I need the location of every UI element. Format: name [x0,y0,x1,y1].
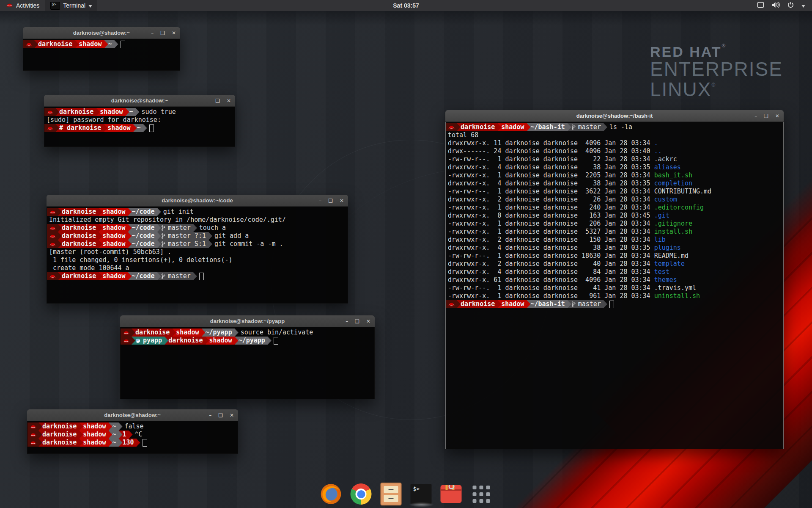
ls-row-filename: .gitignore [654,220,692,227]
terminal-cursor [199,273,204,280]
clock[interactable]: Sat 03:57 [393,2,419,9]
ls-row-filename: install.sh [654,228,692,235]
app-menu-terminal[interactable]: $> Terminal [45,0,97,11]
ls-row-meta: drwx------. 24 darknoise darknoise 4096 … [448,147,654,155]
terminal-window-term-pyapp[interactable]: darknoise@shadow:~/pyapp–❑✕darknoiseshad… [120,315,375,399]
terminal-screen[interactable]: darknoiseshadow~sudo true[sudo] password… [44,107,235,147]
terminal-line: -rw-rw-r--. 1 darknoise darknoise 22 Jan… [446,155,783,163]
minimize-button[interactable]: – [206,98,208,103]
terminal-line: drwxrwxr-x. 61 darknoise darknoise 4096 … [446,276,783,284]
output-text: [master (root-commit) 50bcb63] . [49,248,171,256]
window-title: darknoise@shadow:~/bash-it [576,113,653,119]
minimize-button[interactable]: – [209,413,211,418]
close-button[interactable]: ✕ [775,113,779,119]
ls-row-filename: themes [654,276,677,284]
ls-row-filename: . [654,139,658,147]
prompt-segment-user: darknoise [457,300,501,308]
close-button[interactable]: ✕ [366,319,370,324]
ls-row-meta: drwxrwxr-x. 11 darknoise darknoise 4096 … [448,139,654,147]
prompt-segment-user: darknoise [58,240,102,248]
terminal-line: -rwxrwxr-x. 1 darknoise darknoise 2205 J… [446,171,783,179]
terminal-line: create mode 100644 a [47,264,348,272]
terminal-line: -rw-rw-r--. 1 darknoise darknoise 3622 J… [446,188,783,196]
ls-row-filename: uninstall.sh [654,292,700,300]
system-status-area[interactable] [757,0,812,11]
window-titlebar[interactable]: darknoise@shadow:~–❑✕ [23,27,180,39]
terminal-line: # darknoiseshadow~ [44,124,235,132]
dock-item-files[interactable] [380,483,403,505]
maximize-button[interactable]: ❑ [218,413,223,418]
prompt-segment-host: shadow [99,224,132,232]
terminal-screen[interactable]: darknoiseshadow~ [23,39,180,71]
display-icon [757,2,764,9]
terminal-screen[interactable]: darknoiseshadow~/bash-itmasterls -latota… [445,122,784,449]
window-title: darknoise@shadow:~/code [162,197,233,204]
minimize-button[interactable]: – [754,113,757,119]
close-button[interactable]: ✕ [230,413,234,418]
terminal-line: darknoiseshadow~/bash-itmasterls -la [446,123,783,131]
ls-row-filename: template [654,260,685,268]
minimize-button[interactable]: – [346,319,348,324]
dock-item-terminal[interactable]: $> [410,483,433,505]
maximize-button[interactable]: ❑ [355,319,359,324]
maximize-button[interactable]: ❑ [160,30,165,36]
window-titlebar[interactable]: darknoise@shadow:~/pyapp–❑✕ [120,315,375,327]
minimize-button[interactable]: – [319,198,321,203]
prompt-segment-path: ~/bash-it [527,300,571,308]
terminal-line: darknoiseshadow~130 [27,439,238,447]
rhel-logo: RED HAT® ENTERPRISE LINUX® [650,43,783,100]
terminal-line: drwxrwxr-x. 2 darknoise darknoise 150 Ja… [446,236,783,244]
window-controls: –❑✕ [151,27,176,39]
window-titlebar[interactable]: darknoise@shadow:~–❑✕ [27,409,238,421]
top-bar-left: Activities $> Terminal [0,0,97,11]
maximize-button[interactable]: ❑ [764,113,768,119]
maximize-button[interactable]: ❑ [215,98,220,103]
activities-button[interactable]: Activities [0,0,45,11]
close-button[interactable]: ✕ [172,30,176,36]
dock-item-toolbox[interactable] [440,483,463,505]
terminal-window-term-bashit[interactable]: darknoise@shadow:~/bash-it–❑✕darknoisesh… [445,110,784,449]
terminal-line: darknoiseshadow~/pyappsource bin/activat… [121,329,374,337]
ls-row-meta: -rwxrwxr-x. 1 darknoise darknoise 240 Ja… [448,204,654,211]
ls-row-filename: custom [654,196,677,203]
ls-row-filename: aliases [654,163,681,171]
activities-label: Activities [16,2,39,9]
terminal-screen[interactable]: darknoiseshadow~/pyappsource bin/activat… [120,327,375,399]
app-grid-icon [472,486,490,503]
prompt-segment-path: ~/code [128,232,161,240]
prompt-segment-user: darknoise [34,40,79,48]
window-titlebar[interactable]: darknoise@shadow:~/code–❑✕ [47,195,348,207]
logo-line-2: ENTERPRISE [650,59,783,80]
power-icon [787,2,794,9]
ls-row-meta: -rwxrwxr-x. 1 darknoise darknoise 2205 J… [448,171,654,179]
terminal-cursor [274,337,278,345]
dock-item-chrome[interactable] [350,483,373,505]
terminal-screen[interactable]: darknoiseshadow~/codegit initInitialized… [47,207,348,304]
window-titlebar[interactable]: darknoise@shadow:~/bash-it–❑✕ [445,110,784,122]
dock-item-firefox[interactable] [320,483,343,505]
terminal-line: drwxrwxr-x. 4 darknoise darknoise 38 Jan… [446,163,783,171]
minimize-button[interactable]: – [151,30,154,36]
close-button[interactable]: ✕ [340,198,344,203]
output-text: total 68 [448,131,478,139]
terminal-line: 1 file changed, 0 insertions(+), 0 delet… [47,256,348,264]
output-text: 1 file changed, 0 insertions(+), 0 delet… [49,256,232,264]
terminal-window-term-exitcodes[interactable]: darknoise@shadow:~–❑✕darknoiseshadow~fal… [27,409,238,454]
terminal-line: pyappdarknoiseshadow~/pyapp [121,337,374,345]
prompt-segment-path: ~/bash-it [527,123,571,131]
maximize-button[interactable]: ❑ [328,198,333,203]
window-titlebar[interactable]: darknoise@shadow:~–❑✕ [44,95,235,107]
prompt-segment-host: shadow [99,208,132,216]
prompt-segment-host: shadow [79,439,112,447]
prompt-segment-path: ~/code [128,208,161,216]
terminal-window-term-sudo[interactable]: darknoise@shadow:~–❑✕darknoiseshadow~sud… [44,95,235,147]
ls-row-filename: bash_it.sh [654,171,692,179]
prompt-segment-user: darknoise [58,208,102,216]
terminal-line: darknoiseshadow~/codemaster [47,272,348,280]
terminal-window-term-home-1[interactable]: darknoise@shadow:~–❑✕darknoiseshadow~ [23,27,180,71]
terminal-screen[interactable]: darknoiseshadow~falsedarknoiseshadow~1^C… [27,421,238,454]
terminal-window-term-code[interactable]: darknoise@shadow:~/code–❑✕darknoiseshado… [47,195,348,304]
top-bar: Activities $> Terminal Sat 03:57 [0,0,812,11]
dock-item-app-grid[interactable] [470,483,493,505]
close-button[interactable]: ✕ [227,98,231,103]
